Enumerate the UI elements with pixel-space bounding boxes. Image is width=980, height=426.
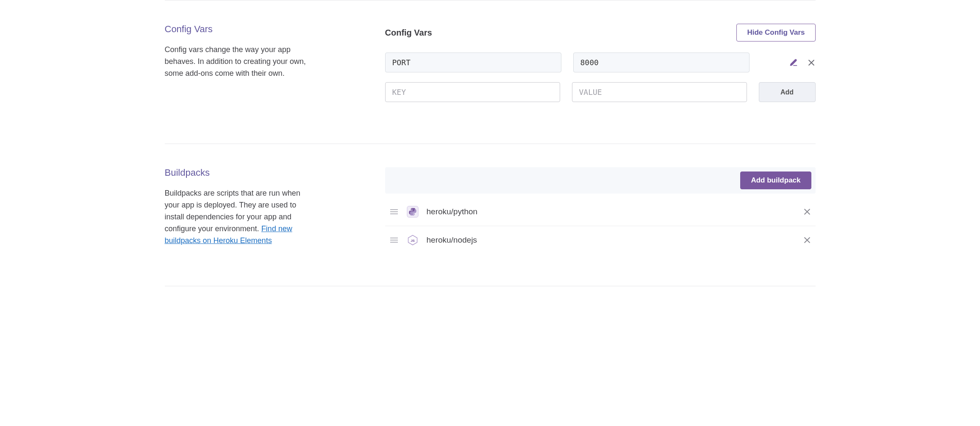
config-vars-title: Config Vars [165,24,368,35]
buildpacks-panel: Add buildpack heroku/python [385,167,816,254]
buildpack-name: heroku/python [427,207,795,216]
close-icon[interactable] [807,58,816,67]
buildpacks-section: Buildpacks Buildpacks are scripts that a… [165,144,816,286]
drag-handle-icon[interactable] [389,236,399,244]
config-vars-sidebar: Config Vars Config vars change the way y… [165,24,385,112]
close-icon[interactable] [803,207,811,216]
config-var-value-input[interactable] [572,82,747,102]
buildpacks-sidebar: Buildpacks Buildpacks are scripts that a… [165,167,385,254]
config-vars-section: Config Vars Config vars change the way y… [165,0,816,144]
buildpack-row: heroku/python [385,198,816,226]
config-var-key[interactable] [385,53,561,72]
buildpacks-list: heroku/python JS heroku/nodejs [385,198,816,254]
config-vars-panel: Config Vars Hide Config Vars A [385,24,816,112]
hide-config-vars-button[interactable]: Hide Config Vars [736,24,815,41]
svg-text:JS: JS [411,239,415,243]
nodejs-icon: JS [406,234,419,246]
config-vars-header-title: Config Vars [385,28,432,38]
drag-handle-icon[interactable] [389,208,399,216]
add-buildpack-button[interactable]: Add buildpack [740,172,811,189]
config-vars-header: Config Vars Hide Config Vars [385,24,816,41]
config-var-value[interactable] [573,53,750,72]
config-vars-description: Config vars change the way your app beha… [165,44,317,80]
python-icon [406,205,419,218]
buildpacks-description: Buildpacks are scripts that are run when… [165,188,317,246]
edit-icon[interactable] [789,58,798,67]
buildpacks-toolbar: Add buildpack [385,167,816,194]
config-var-row [385,53,816,72]
config-var-key-input[interactable] [385,82,560,102]
add-config-var-button[interactable]: Add [759,82,816,102]
section-divider-bottom [165,286,816,286]
close-icon[interactable] [803,236,811,244]
buildpack-name: heroku/nodejs [427,235,795,245]
buildpacks-title: Buildpacks [165,167,368,178]
buildpack-row: JS heroku/nodejs [385,226,816,254]
config-var-actions [761,53,816,72]
config-var-new-row: Add [385,82,816,102]
